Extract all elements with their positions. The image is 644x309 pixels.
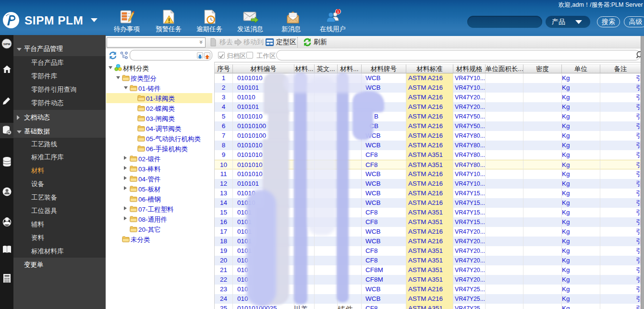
svg-text:1: 1 bbox=[337, 10, 340, 14]
svg-text:SIPM: SIPM bbox=[3, 43, 11, 46]
